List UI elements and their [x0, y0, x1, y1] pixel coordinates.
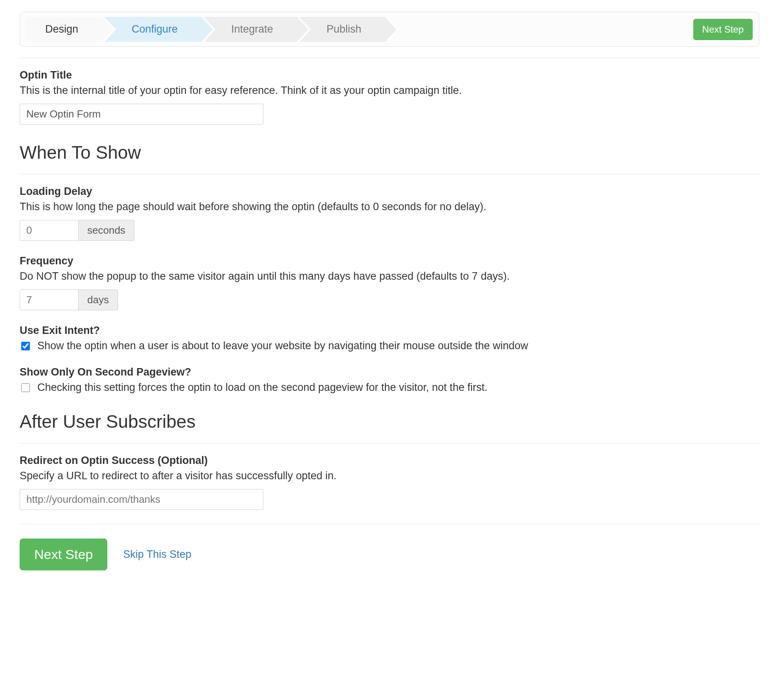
divider [20, 174, 759, 174]
next-step-bottom-button[interactable]: Next Step [20, 539, 107, 570]
redirect-block: Redirect on Optin Success (Optional) Spe… [20, 454, 759, 510]
frequency-label: Frequency [20, 255, 759, 267]
exit-intent-checkbox[interactable] [21, 342, 30, 350]
step-design[interactable]: Design [26, 17, 102, 42]
next-step-top-button[interactable]: Next Step [693, 19, 753, 40]
step-label: Integrate [231, 24, 273, 35]
bottom-actions: Next Step Skip This Step [20, 539, 759, 570]
optin-title-input[interactable] [20, 104, 263, 125]
loading-delay-unit: seconds [79, 220, 134, 241]
redirect-url-input[interactable] [20, 489, 263, 510]
exit-intent-label: Use Exit Intent? [20, 324, 759, 337]
when-to-show-heading: When To Show [20, 142, 759, 163]
loading-delay-input[interactable] [20, 220, 79, 241]
frequency-block: Frequency Do NOT show the popup to the s… [20, 255, 759, 310]
after-subscribe-heading: After User Subscribes [20, 411, 759, 432]
step-label: Configure [132, 24, 178, 35]
redirect-help: Specify a URL to redirect to after a vis… [20, 470, 759, 482]
loading-delay-block: Loading Delay This is how long the page … [20, 185, 759, 241]
exit-intent-text: Show the optin when a user is about to l… [37, 340, 528, 352]
step-label: Design [45, 24, 78, 35]
redirect-label: Redirect on Optin Success (Optional) [20, 454, 759, 467]
second-pageview-block: Show Only On Second Pageview? Checking t… [20, 366, 759, 394]
step-configure[interactable]: Configure [104, 17, 201, 42]
frequency-help: Do NOT show the popup to the same visito… [20, 270, 759, 282]
optin-title-label: Optin Title [20, 69, 759, 81]
divider [20, 524, 759, 524]
second-pageview-checkbox[interactable] [21, 383, 30, 392]
step-label: Publish [327, 24, 362, 35]
step-integrate[interactable]: Integrate [204, 17, 297, 42]
loading-delay-label: Loading Delay [20, 185, 759, 198]
second-pageview-line: Checking this setting forces the optin t… [20, 381, 759, 394]
exit-intent-block: Use Exit Intent? Show the optin when a u… [20, 324, 759, 352]
frequency-unit: days [79, 290, 118, 310]
skip-step-link[interactable]: Skip This Step [123, 548, 191, 561]
divider [20, 58, 759, 58]
divider [20, 443, 759, 443]
exit-intent-line: Show the optin when a user is about to l… [20, 340, 759, 352]
step-publish[interactable]: Publish [299, 17, 385, 42]
stepper-steps: Design Configure Integrate Publish [26, 17, 387, 42]
frequency-input[interactable] [20, 290, 79, 310]
frequency-input-group: days [20, 290, 759, 310]
second-pageview-label: Show Only On Second Pageview? [20, 366, 759, 378]
loading-delay-input-group: seconds [20, 220, 759, 241]
loading-delay-help: This is how long the page should wait be… [20, 201, 759, 213]
second-pageview-text: Checking this setting forces the optin t… [37, 381, 487, 394]
stepper: Design Configure Integrate Publish Next … [20, 12, 759, 47]
optin-title-help: This is the internal title of your optin… [20, 84, 759, 97]
optin-title-block: Optin Title This is the internal title o… [20, 69, 759, 125]
